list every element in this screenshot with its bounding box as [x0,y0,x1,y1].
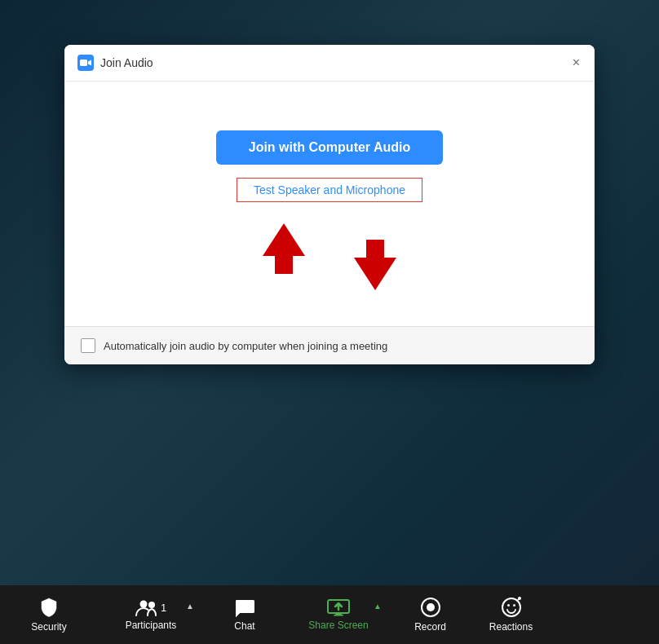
join-audio-modal: Join Audio × Join with Computer Audio Te… [64,45,595,364]
close-button[interactable]: × [569,55,583,71]
svg-point-10 [513,604,515,607]
toolbar-item-participants[interactable]: ▲ 1 Participants [98,592,204,637]
svg-rect-5 [334,615,343,616]
join-computer-audio-button[interactable]: Join with Computer Audio [216,130,444,165]
toolbar: Security ▲ 1 Participants Chat ▲ [0,585,659,644]
share-screen-icon [327,598,350,616]
participants-caret-icon: ▲ [186,602,194,611]
reactions-label: Reactions [489,621,533,633]
share-screen-label: Share Screen [308,620,368,631]
arrow-up-icon [263,223,305,274]
modal-header: Join Audio × [64,45,595,82]
security-label: Security [31,621,66,633]
chat-label: Chat [234,620,254,632]
arrow-down-icon [354,240,396,290]
toolbar-item-chat[interactable]: Chat [204,591,285,638]
svg-point-7 [427,603,435,611]
modal-body: Join with Computer Audio Test Speaker an… [64,82,595,326]
chat-icon [234,598,255,617]
toolbar-item-share-screen[interactable]: ▲ Share Screen [285,592,391,637]
reactions-icon [501,597,522,618]
record-label: Record [414,621,446,633]
svg-point-2 [148,602,155,608]
shield-icon [39,597,59,618]
toolbar-item-record[interactable]: Record [391,590,469,639]
toolbar-item-reactions[interactable]: Reactions [469,590,553,639]
svg-point-11 [518,597,521,600]
svg-point-9 [507,604,510,607]
auto-join-checkbox[interactable] [81,338,95,353]
modal-title: Join Audio [100,56,153,69]
participants-label: Participants [126,620,177,631]
auto-join-label[interactable]: Automatically join audio by computer whe… [104,340,387,352]
participants-count: 1 [161,602,166,614]
modal-overlay: Join Audio × Join with Computer Audio Te… [0,0,659,644]
test-speaker-microphone-link[interactable]: Test Speaker and Microphone [237,178,422,202]
zoom-logo-icon [77,55,94,71]
toolbar-item-security[interactable]: Security [0,590,98,639]
record-icon [420,597,441,618]
share-screen-caret-icon: ▲ [374,602,382,611]
svg-point-1 [139,601,147,608]
modal-footer: Automatically join audio by computer whe… [64,326,595,364]
svg-rect-4 [335,613,342,615]
participants-icon [135,598,158,616]
